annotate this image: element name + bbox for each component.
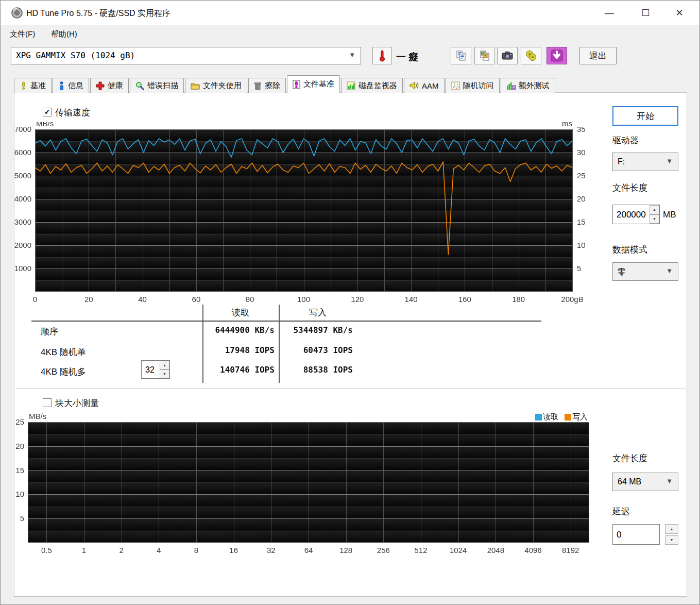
menu-file[interactable]: 文件(F) [4, 28, 41, 41]
legend-write: 写入 [565, 412, 588, 422]
drive-select[interactable]: XPG GAMMIX S70 (1024 gB) ▼ [11, 47, 361, 64]
transfer-speed-label: 传输速度 [55, 107, 90, 119]
copy-text-button[interactable] [451, 47, 471, 64]
tab-info[interactable]: 信息 [53, 78, 89, 93]
tab-health[interactable]: 健康 [90, 78, 129, 93]
close-button[interactable]: ✕ [667, 4, 692, 22]
magnifier-icon [135, 81, 144, 90]
legend-read: 读取 [535, 412, 558, 422]
file-length2-label: 文件长度 [612, 452, 647, 464]
temperature-button[interactable] [372, 47, 392, 64]
read-swatch [535, 414, 542, 421]
spin-down-button[interactable]: ▼ [650, 214, 659, 224]
copy-image-icon [479, 50, 490, 61]
tab-file-benchmark[interactable]: 文件基准 [287, 75, 340, 93]
window-title: HD Tune Pro 5.75 - 硬盘/SSD 实用程序 [26, 8, 170, 19]
file-length-label: 文件长度 [612, 182, 647, 194]
section-separator [16, 388, 686, 389]
temperature-value: 一 癡 [396, 51, 418, 64]
download-button[interactable] [547, 47, 567, 64]
health-cross-icon [96, 81, 105, 90]
delay-input[interactable] [613, 525, 659, 545]
tab-benchmark[interactable]: 基准 [14, 78, 52, 93]
block-size-checkbox[interactable] [43, 398, 52, 407]
write-swatch [565, 414, 571, 421]
transfer-speed-checkbox[interactable] [43, 108, 52, 116]
tab-folder-usage[interactable]: 文件夹使用 [185, 78, 247, 93]
chevron-down-icon: ▼ [666, 157, 673, 165]
queue-depth-spinner[interactable]: ▲ ▼ [141, 360, 170, 379]
folder-icon [191, 82, 200, 90]
chart-legend: 读取 写入 [535, 412, 588, 422]
data-mode-select[interactable]: 零 ▼ [612, 262, 678, 281]
thermometer-icon [378, 49, 386, 62]
spin-up-button[interactable]: ▲ [650, 205, 659, 214]
trash-icon [254, 81, 262, 90]
table-column-divider [202, 305, 203, 383]
start-button[interactable]: 开始 [612, 106, 678, 126]
queue-depth-input[interactable] [142, 361, 162, 379]
chevron-down-icon: ▼ [666, 477, 673, 485]
file-length-input[interactable] [613, 205, 650, 225]
tab-aam[interactable]: AAM [404, 78, 445, 93]
menu-help[interactable]: 帮助(H) [45, 28, 83, 41]
read-column-header: 读取 [206, 307, 276, 318]
spin-up-button[interactable]: ▲ [160, 361, 169, 369]
drive-letter-select[interactable]: F: ▼ [612, 153, 678, 171]
tab-extra-tests[interactable]: 额外测试 [501, 78, 555, 93]
tab-error-scan[interactable]: 错误扫描 [130, 78, 184, 93]
screenshot-button[interactable] [497, 47, 518, 64]
4kb-single-write-value: 60473 IOPS [285, 345, 353, 355]
file-length-unit: MB [663, 210, 676, 220]
delay-label: 延迟 [612, 506, 630, 517]
random-access-icon [451, 81, 460, 90]
drive-select-value: XPG GAMMIX S70 (1024 gB) [16, 51, 135, 60]
app-icon [11, 7, 23, 19]
block-size-label: 块大小测量 [55, 397, 99, 409]
table-header-divider [31, 321, 541, 322]
disk-monitor-icon [347, 81, 355, 90]
maximize-button[interactable]: ☐ [633, 4, 658, 22]
data-mode-label: 数据模式 [612, 244, 647, 256]
title-bar: HD Tune Pro 5.75 - 硬盘/SSD 实用程序 — ☐ ✕ [1, 1, 699, 25]
tab-strip: 基准 信息 健康 错误扫描 文件夹使用 擦除 文件基准 磁盘监视器 [14, 75, 556, 93]
drive-label: 驱动器 [612, 135, 639, 146]
exit-button[interactable]: 退出 [579, 47, 617, 64]
copy-text-icon [455, 50, 467, 61]
row-sequential-label: 顺序 [41, 326, 58, 338]
save-results-button[interactable] [521, 47, 541, 64]
write-column-header: 写入 [283, 307, 353, 318]
spin-up-button[interactable]: ▲ [665, 524, 678, 534]
4kb-multi-read-value: 140746 IOPS [207, 365, 275, 375]
minimize-button[interactable]: — [596, 4, 622, 22]
menu-bar: 文件(F) 帮助(H) [1, 25, 699, 43]
transfer-speed-chart [13, 122, 601, 306]
4kb-single-read-value: 17948 IOPS [207, 345, 275, 355]
spin-down-button[interactable]: ▼ [665, 535, 678, 545]
info-icon [58, 81, 65, 90]
tab-random-access[interactable]: 随机访问 [446, 78, 500, 93]
copy-image-button[interactable] [474, 47, 495, 64]
download-arrow-icon [551, 49, 563, 62]
table-column-divider [279, 305, 280, 383]
benchmark-icon [20, 81, 27, 90]
spin-down-button[interactable]: ▼ [160, 369, 169, 378]
disks-icon [525, 49, 537, 62]
file-length2-select[interactable]: 64 MB ▼ [612, 473, 678, 491]
4kb-multi-write-value: 88538 IOPS [285, 365, 353, 375]
tab-erase[interactable]: 擦除 [248, 78, 286, 93]
extra-tests-icon [506, 81, 516, 90]
file-length-spinner[interactable]: ▲ ▼ [612, 205, 660, 224]
row-4kb-single-label: 4KB 随机单 [41, 346, 86, 358]
delay-field[interactable] [612, 524, 660, 545]
row-4kb-multi-label: 4KB 随机多 [41, 366, 86, 378]
tab-disk-monitor[interactable]: 磁盘监视器 [341, 78, 403, 93]
delay-spinner: ▲ ▼ [665, 524, 678, 545]
block-size-chart [10, 412, 602, 561]
speaker-icon [409, 81, 419, 90]
app-window: HD Tune Pro 5.75 - 硬盘/SSD 实用程序 — ☐ ✕ 文件(… [0, 0, 700, 605]
camera-icon [501, 51, 514, 61]
file-benchmark-icon [293, 80, 300, 89]
sequential-write-value: 5344897 KB/s [285, 325, 353, 335]
chevron-down-icon: ▼ [349, 51, 355, 59]
